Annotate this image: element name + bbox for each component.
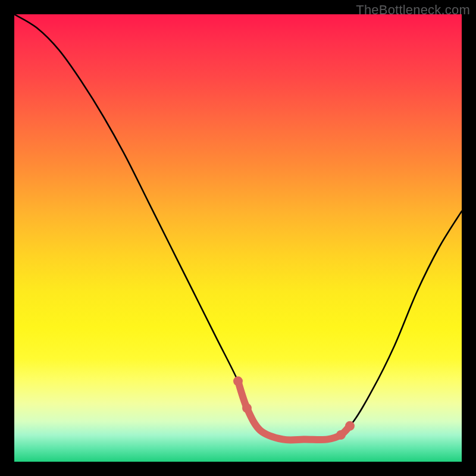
highlight-dot xyxy=(336,430,346,440)
highlight-dot xyxy=(233,377,243,386)
chart-svg xyxy=(14,14,462,462)
highlight-dots xyxy=(233,377,355,440)
chart-canvas: TheBottleneck.com xyxy=(0,0,476,476)
highlight-dot xyxy=(242,403,252,413)
plot-area xyxy=(14,14,462,462)
highlight-path xyxy=(238,381,350,440)
highlight-dot xyxy=(345,421,355,431)
